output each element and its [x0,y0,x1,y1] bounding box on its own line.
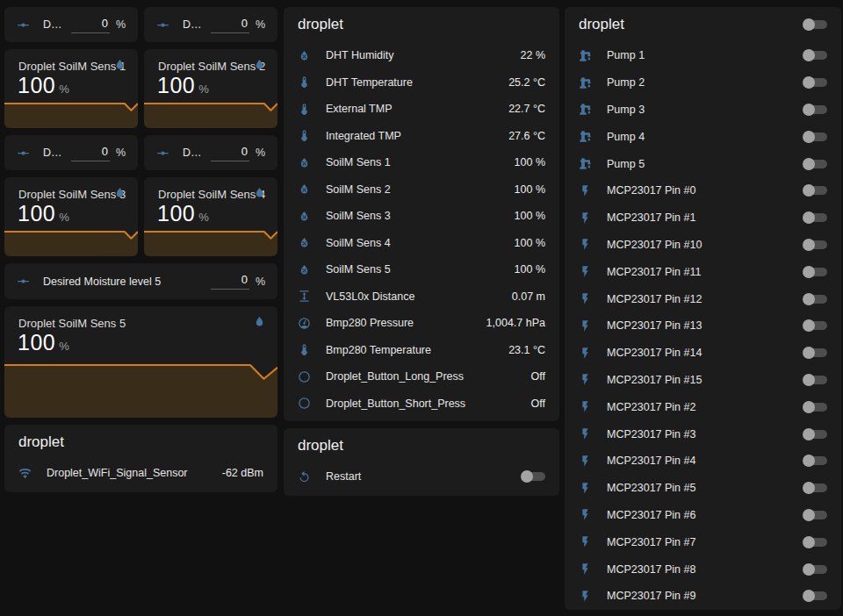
toggle-switch[interactable] [803,481,827,495]
toggle-switch[interactable] [803,48,827,62]
circle-outline-icon [298,397,311,410]
entity-row[interactable]: Bmp280 Temperature 23.1 °C [284,337,559,364]
left-column: Desired … 0 % Desired … 0 % Droplet Soil… [4,7,277,492]
flash-icon [579,590,592,603]
switch-row[interactable]: MCP23017 Pin #7 [565,528,841,555]
switch-row[interactable]: Pump 4 [565,123,841,150]
sensor-card-soilm-3[interactable]: Droplet SoilM Sens 3 100% [4,177,138,256]
entity-name: MCP23017 Pin #14 [607,347,796,359]
entity-name: MCP23017 Pin #6 [607,509,796,521]
entity-value: 1,004.7 hPa [486,317,545,329]
toggle-switch[interactable] [803,292,827,306]
entity-row[interactable]: SoilM Sens 3 100 % [284,203,559,230]
entity-row[interactable]: Bmp280 Pressure 1,004.7 hPa [284,310,559,337]
input-value-field[interactable]: 0 [211,145,249,161]
entity-row[interactable]: VL53L0x Distance 0.07 m [284,283,559,311]
input-value-field[interactable]: 0 [71,17,110,33]
switch-row[interactable]: MCP23017 Pin #9 [565,583,841,610]
entity-row[interactable]: External TMP 22.7 °C [284,96,559,123]
sensor-card-soilm-5[interactable]: Droplet SoilM Sens 5 100% [4,306,277,418]
sensor-card-soilm-1[interactable]: Droplet SoilM Sens 1 100% [4,49,138,128]
toggle-switch[interactable] [803,157,827,171]
switch-row[interactable]: Pump 5 [565,150,841,177]
entity-rows: DHT Humidity 22 % DHT Temperature 25.2 °… [284,42,559,417]
input-label: Desired … [43,147,64,159]
sensor-card-soilm-2[interactable]: Droplet SoilM Sens 2 100% [144,49,277,128]
water-pump-icon [579,157,592,170]
switch-row[interactable]: MCP23017 Pin #4 [565,448,841,475]
switch-row[interactable]: MCP23017 Pin #11 [565,258,841,285]
input-value-field[interactable]: 0 [211,17,249,33]
input-value-field[interactable]: 0 [211,273,249,290]
entity-row[interactable]: Integrated TMP 27.6 °C [284,123,559,150]
sensor-title: Droplet SoilM Sens 3 [18,188,126,201]
sensor-card-soilm-4[interactable]: Droplet SoilM Sens 4 100% [144,177,277,256]
entity-row[interactable]: Droplet_Button_Short_Press Off [284,390,559,418]
switch-row[interactable]: MCP23017 Pin #12 [565,285,841,312]
switch-row[interactable]: MCP23017 Pin #3 [565,420,841,448]
toggle-all-switch[interactable] [803,18,827,32]
switch-row[interactable]: Pump 2 [565,69,841,97]
input-value-field[interactable]: 0 [71,145,110,161]
water-pump-icon [579,103,592,116]
toggle-switch[interactable] [803,373,827,387]
arrow-expand-vertical-icon [298,290,311,303]
sensor-value: 100% [18,201,69,226]
ray-vertex-icon [17,147,30,160]
toggle-switch[interactable] [803,562,827,577]
entity-row[interactable]: SoilM Sens 2 100 % [284,176,559,204]
entity-row[interactable]: SoilM Sens 4 100 % [284,230,559,257]
input-unit: % [256,147,265,159]
toggle-switch[interactable] [803,211,827,225]
switch-row[interactable]: MCP23017 Pin #5 [565,475,841,502]
toggle-switch[interactable] [803,238,827,252]
toggle-switch[interactable] [521,469,545,483]
entity-row[interactable]: Droplet_Button_Long_Press Off [284,363,559,390]
input-desired-moisture-2[interactable]: Desired … 0 % [144,7,277,42]
toggle-switch[interactable] [803,346,827,360]
sensor-value: 100% [157,201,209,226]
toggle-thumb [803,509,815,521]
switch-row[interactable]: MCP23017 Pin #2 [565,393,841,420]
entity-name: Bmp280 Temperature [326,344,501,356]
toggle-switch[interactable] [803,508,827,522]
toggle-switch[interactable] [803,265,827,279]
entity-row[interactable]: Restart [284,463,559,491]
toggle-switch[interactable] [803,400,827,414]
input-desired-moisture-1[interactable]: Desired … 0 % [4,7,138,42]
switch-row[interactable]: MCP23017 Pin #13 [565,312,841,340]
sensor-value: 100% [18,330,69,355]
switch-row[interactable]: Pump 3 [565,97,841,124]
toggle-switch[interactable] [803,535,827,549]
switch-row[interactable]: MCP23017 Pin #1 [565,204,841,232]
flash-icon [579,319,592,333]
input-desired-moisture-4[interactable]: Desired … 0 % [144,135,277,170]
switch-row[interactable]: MCP23017 Pin #0 [565,177,841,204]
flash-icon [579,211,592,225]
entity-row[interactable]: SoilM Sens 5 100 % [284,256,559,283]
toggle-switch[interactable] [803,454,827,468]
toggle-switch[interactable] [803,589,827,603]
entity-row[interactable]: DHT Temperature 25.2 °C [284,69,559,97]
toggle-switch[interactable] [803,130,827,144]
toggle-switch[interactable] [803,319,827,333]
toggle-switch[interactable] [803,183,827,197]
input-unit: % [256,18,265,31]
flash-icon [579,184,592,197]
entity-name: MCP23017 Pin #9 [607,590,796,602]
card-title: droplet [579,16,624,33]
input-desired-moisture-5[interactable]: Desired Moisture level 5 0 % [4,263,277,299]
switch-row[interactable]: MCP23017 Pin #14 [565,340,841,367]
toggle-switch[interactable] [803,427,827,441]
switch-row[interactable]: MCP23017 Pin #8 [565,555,841,583]
switch-row[interactable]: MCP23017 Pin #6 [565,502,841,529]
toggle-switch[interactable] [803,75,827,90]
switch-row[interactable]: Pump 1 [565,42,841,69]
toggle-switch[interactable] [803,103,827,117]
entity-row[interactable]: Droplet_WiFi_Signal_Sensor -62 dBm [4,460,277,487]
input-desired-moisture-3[interactable]: Desired … 0 % [4,135,138,170]
switch-row[interactable]: MCP23017 Pin #15 [565,367,841,394]
entity-row[interactable]: DHT Humidity 22 % [284,42,559,69]
entity-row[interactable]: SoilM Sens 1 100 % [284,149,559,176]
switch-row[interactable]: MCP23017 Pin #10 [565,232,841,259]
